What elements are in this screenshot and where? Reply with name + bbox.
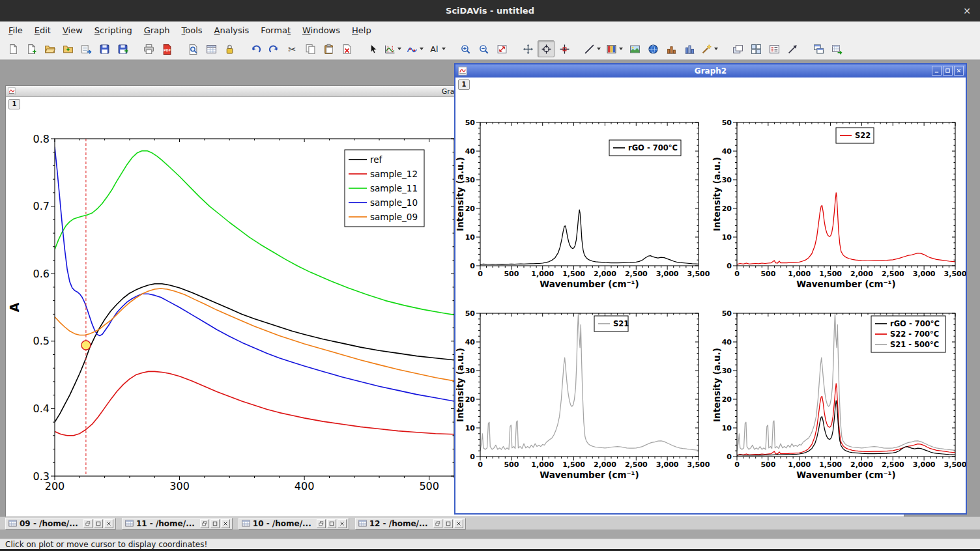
move-data-points-button[interactable]: [519, 40, 536, 57]
svg-text:3,500: 3,500: [944, 270, 966, 278]
table-window-icon: [8, 519, 17, 528]
status-text: Click on plot or move cursor to display …: [5, 540, 207, 549]
zoom-out-button[interactable]: [475, 40, 492, 57]
data-reader-button[interactable]: [538, 40, 555, 57]
plot-columns-button[interactable]: [681, 40, 698, 57]
menu-help[interactable]: Help: [346, 23, 377, 38]
window-close-button[interactable]: ✕: [963, 0, 971, 21]
add-text-button[interactable]: Al: [427, 40, 448, 57]
taskbar-tab-11[interactable]: 11 - /home/...: [122, 518, 233, 530]
plot-wizard-button[interactable]: [699, 40, 720, 57]
globe-icon: [648, 44, 659, 55]
taskbar-tab-09[interactable]: 09 - /home/...: [5, 518, 116, 530]
rescale-to-show-all-button[interactable]: [493, 40, 510, 57]
paste-selection-button[interactable]: [320, 40, 337, 57]
print-button[interactable]: [140, 40, 157, 57]
save-project-button[interactable]: [96, 40, 113, 57]
save-template-button[interactable]: [114, 40, 131, 57]
menu-windows[interactable]: Windows: [296, 23, 346, 38]
menu-tools[interactable]: Tools: [176, 23, 209, 38]
select-data-range-button[interactable]: [382, 40, 403, 57]
svg-text:Intensity (a.u.): Intensity (a.u.): [712, 348, 722, 422]
graph2-window[interactable]: Graph2 1 05001,0001,5002,0002,5003,0003,…: [454, 63, 967, 515]
menu-edit[interactable]: Edit: [29, 23, 57, 38]
svg-text:0: 0: [734, 460, 740, 469]
add-layer-button[interactable]: [729, 40, 746, 57]
tab-maximize-button[interactable]: [327, 519, 336, 528]
pdf-icon: PDF: [162, 44, 173, 55]
arrange-layers-button[interactable]: [747, 40, 764, 57]
open-web-button[interactable]: [644, 40, 661, 57]
svg-text:2,500: 2,500: [625, 270, 648, 278]
new-window-button[interactable]: [23, 40, 40, 57]
tab-restore-button[interactable]: [433, 519, 442, 528]
taskbar: 09 - /home/...11 - /home/...10 - /home/.…: [0, 516, 980, 530]
window-titlebar[interactable]: SciDAVis - untitled ✕: [0, 0, 980, 21]
svg-text:10: 10: [465, 424, 476, 432]
svg-text:S21 - 500°C: S21 - 500°C: [890, 340, 939, 349]
pointer-button[interactable]: [364, 40, 381, 57]
tab-close-button[interactable]: [104, 519, 113, 528]
duplicate-window-button[interactable]: [810, 40, 827, 57]
graph2-minimize-button[interactable]: [932, 66, 942, 76]
tab-maximize-button[interactable]: [444, 519, 453, 528]
import-ascii-button[interactable]: [78, 40, 94, 57]
taskbar-tab-12[interactable]: 12 - /home/...: [355, 518, 466, 530]
append-project-button[interactable]: [59, 40, 76, 57]
zoom-in-button[interactable]: [457, 40, 474, 57]
delete-selection-button[interactable]: [338, 40, 355, 57]
tab-close-button[interactable]: [454, 519, 463, 528]
graph2-maximize-button[interactable]: [943, 66, 953, 76]
tab-close-button[interactable]: [338, 519, 347, 528]
export-table-button[interactable]: [828, 40, 845, 57]
color-map-button[interactable]: [604, 40, 625, 57]
tab-restore-button[interactable]: [200, 519, 209, 528]
cut-selection-button[interactable]: ✂: [283, 40, 300, 57]
scissors-icon: ✂: [287, 44, 298, 55]
maximize-icon: [95, 520, 102, 527]
svg-text:2,000: 2,000: [850, 270, 873, 278]
menu-format[interactable]: Format: [255, 23, 296, 38]
tab-maximize-button[interactable]: [210, 519, 220, 528]
rescale-icon: [497, 44, 508, 55]
add-legend-button[interactable]: [766, 40, 783, 57]
svg-text:Intensity (a.u.): Intensity (a.u.): [712, 157, 722, 231]
screen-reader-button[interactable]: [556, 40, 573, 57]
svg-text:sample_11: sample_11: [370, 183, 418, 193]
menu-file[interactable]: File: [3, 23, 29, 38]
tab-maximize-button[interactable]: [94, 519, 103, 528]
add-arrow-button[interactable]: [784, 40, 801, 57]
graph2-canvas[interactable]: 1 05001,0001,5002,0002,5003,0003,5000102…: [455, 78, 966, 513]
tab-close-button[interactable]: [221, 519, 230, 528]
tab-restore-button[interactable]: [83, 519, 93, 528]
menu-scripting[interactable]: Scripting: [89, 23, 138, 38]
erase-icon: [341, 44, 353, 55]
add-image-button[interactable]: [626, 40, 643, 57]
graph2-close-button[interactable]: [954, 66, 964, 76]
svg-text:50: 50: [465, 119, 476, 127]
menu-view[interactable]: View: [57, 23, 89, 38]
lock-toolbars-button[interactable]: [221, 40, 238, 57]
menu-analysis[interactable]: Analysis: [209, 23, 255, 38]
taskbar-tab-10[interactable]: 10 - /home/...: [238, 518, 349, 530]
copy-selection-button[interactable]: [302, 40, 319, 57]
redo-button[interactable]: [265, 40, 282, 57]
new-project-button[interactable]: [5, 40, 22, 57]
graph2-titlebar[interactable]: Graph2: [455, 64, 966, 78]
plot-histogram-button[interactable]: [663, 40, 680, 57]
graph2-plots[interactable]: 05001,0001,5002,0002,5003,0003,500010203…: [455, 78, 966, 513]
graph1-layer-button[interactable]: 1: [8, 99, 20, 109]
undo-button[interactable]: [247, 40, 264, 57]
new-table-button[interactable]: [203, 40, 220, 57]
tab-restore-button[interactable]: [317, 519, 326, 528]
print-preview-button[interactable]: [184, 40, 201, 57]
draw-line-button[interactable]: [582, 40, 603, 57]
graph2-layer-button[interactable]: 1: [458, 79, 470, 90]
svg-text:20: 20: [722, 395, 732, 404]
menu-graph[interactable]: Graph: [138, 23, 176, 38]
open-project-button[interactable]: [41, 40, 58, 57]
export-pdf-button[interactable]: PDF: [158, 40, 175, 57]
select-curves-button[interactable]: [405, 40, 425, 57]
svg-text:3,500: 3,500: [687, 270, 710, 278]
svg-text:3,000: 3,000: [913, 270, 936, 278]
